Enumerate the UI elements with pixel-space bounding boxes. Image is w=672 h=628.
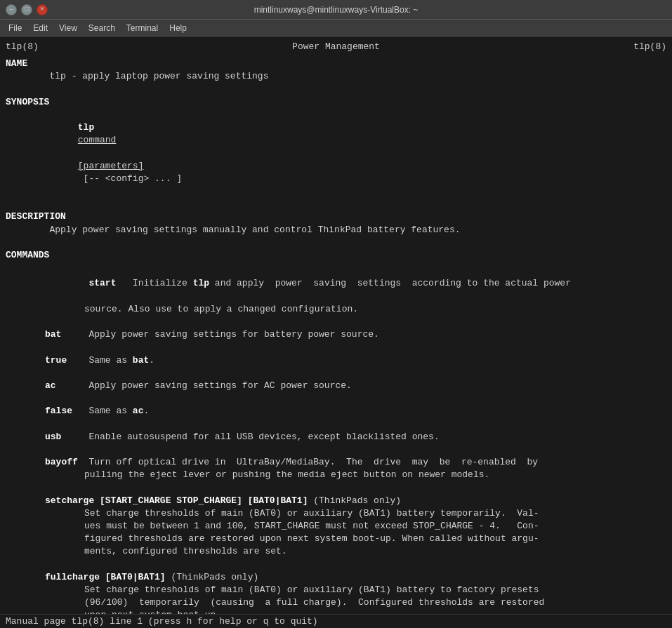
cmd-bayoff: bayoff Turn off optical drive in UltraBa… — [6, 456, 666, 481]
synopsis-rest: [-- <config> ... ] — [78, 173, 182, 184]
close-button[interactable]: × — [37, 4, 48, 15]
menu-file[interactable]: File — [3, 22, 27, 34]
cmd-bat: bat Apply power saving settings for batt… — [6, 328, 666, 341]
status-bar: Manual page tlp(8) line 1 (press h for h… — [0, 614, 672, 628]
name-label: NAME — [6, 58, 666, 70]
menu-terminal[interactable]: Terminal — [121, 22, 164, 34]
cmd-true-name: true — [45, 355, 67, 366]
menu-help[interactable]: Help — [164, 22, 192, 34]
man-header: tlp(8) Power Management tlp(8) — [6, 41, 666, 53]
cmd-bat-name: bat — [45, 329, 61, 340]
titlebar: – □ × mintlinuxways@mintlinuxways-Virtua… — [0, 0, 672, 20]
menubar: File Edit View Search Terminal Help — [0, 20, 672, 36]
man-header-right: tlp(8) — [633, 41, 666, 53]
cmd-false-name: false — [45, 406, 72, 416]
window-title: mintlinuxways@mintlinuxways-VirtualBox: … — [48, 5, 624, 15]
man-header-center: Power Management — [292, 41, 380, 53]
cmd-true: true Same as bat. — [6, 354, 666, 367]
cmd-fullcharge: fullcharge [BAT0|BAT1] (ThinkPads only) … — [6, 571, 666, 614]
minimize-button[interactable]: – — [6, 4, 17, 15]
cmd-usb-name: usb — [45, 432, 61, 442]
synopsis-label: SYNOPSIS — [6, 96, 666, 109]
cmd-ac-name: ac — [45, 380, 56, 391]
section-description: DESCRIPTION Apply power saving settings … — [6, 211, 666, 236]
cmd-start-name: start — [88, 278, 116, 288]
section-name: NAME tlp - apply laptop power saving set… — [6, 58, 666, 83]
cmd-false: false Same as ac. — [6, 405, 666, 417]
synopsis-content: tlp command [parameters] [-- <config> ..… — [6, 109, 666, 198]
menu-search[interactable]: Search — [83, 22, 121, 34]
cmd-setcharge: setcharge [START_CHARGE STOP_CHARGE] [BA… — [6, 495, 666, 559]
menu-view[interactable]: View — [53, 22, 83, 34]
section-synopsis: SYNOPSIS tlp command [parameters] [-- <c… — [6, 96, 666, 199]
synopsis-tlp: tlp — [78, 122, 94, 133]
terminal-content: tlp(8) Power Management tlp(8) NAME tlp … — [0, 36, 672, 614]
cmd-ac: ac Apply power saving settings for AC po… — [6, 380, 666, 392]
name-content: tlp - apply laptop power saving settings — [6, 70, 666, 83]
commands-label: COMMANDS — [6, 249, 666, 262]
synopsis-command: command — [78, 135, 117, 145]
cmd-setcharge-name: setcharge [START_CHARGE STOP_CHARGE] [BA… — [45, 495, 308, 506]
cmd-start: start Initialize tlp and apply power sav… — [6, 265, 666, 316]
synopsis-params: [parameters] — [78, 161, 144, 171]
description-label: DESCRIPTION — [6, 211, 666, 223]
section-commands: COMMANDS start Initialize tlp and apply … — [6, 249, 666, 614]
cmd-fullcharge-name: fullcharge [BAT0|BAT1] — [45, 572, 166, 582]
description-content: Apply power saving settings manually and… — [6, 224, 666, 236]
cmd-usb: usb Enable autosuspend for all USB devic… — [6, 431, 666, 443]
man-header-left: tlp(8) — [6, 41, 39, 53]
menu-edit[interactable]: Edit — [27, 22, 53, 34]
cmd-start-desc: Initialize tlp and apply power saving se… — [116, 278, 571, 288]
cmd-bayoff-name: bayoff — [45, 457, 78, 467]
maximize-button[interactable]: □ — [21, 4, 32, 15]
